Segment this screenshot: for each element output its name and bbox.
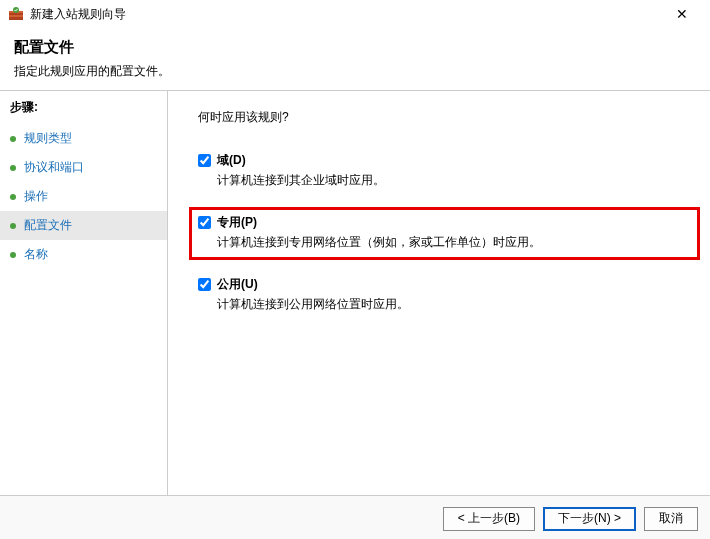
option-public: 公用(U) 计算机连接到公用网络位置时应用。	[198, 272, 680, 319]
page-title: 配置文件	[14, 38, 696, 57]
window-title: 新建入站规则向导	[30, 6, 126, 23]
firewall-icon	[8, 6, 24, 22]
bullet-icon	[10, 252, 16, 258]
wizard-footer: < 上一步(B) 下一步(N) > 取消	[0, 495, 710, 539]
prompt-text: 何时应用该规则?	[198, 109, 680, 126]
step-protocol-port[interactable]: 协议和端口	[10, 153, 157, 182]
option-private: 专用(P) 计算机连接到专用网络位置（例如，家或工作单位）时应用。	[189, 207, 700, 260]
bullet-icon	[10, 136, 16, 142]
option-desc: 计算机连接到专用网络位置（例如，家或工作单位）时应用。	[217, 234, 691, 251]
steps-sidebar: 步骤: 规则类型 协议和端口 操作 配置文件 名称	[0, 91, 168, 495]
option-desc: 计算机连接到其企业域时应用。	[217, 172, 680, 189]
step-label: 协议和端口	[24, 159, 84, 176]
option-label[interactable]: 域(D)	[217, 152, 246, 169]
bullet-icon	[10, 223, 16, 229]
step-label: 名称	[24, 246, 48, 263]
svg-rect-2	[9, 15, 23, 17]
checkbox-public[interactable]	[198, 278, 211, 291]
close-button[interactable]: ✕	[662, 0, 702, 28]
bullet-icon	[10, 194, 16, 200]
step-profile[interactable]: 配置文件	[0, 211, 167, 240]
steps-list: 规则类型 协议和端口 操作 配置文件 名称	[10, 124, 157, 269]
option-domain: 域(D) 计算机连接到其企业域时应用。	[198, 148, 680, 195]
titlebar: 新建入站规则向导 ✕	[0, 0, 710, 28]
cancel-button[interactable]: 取消	[644, 507, 698, 531]
steps-heading: 步骤:	[10, 99, 157, 116]
step-label: 操作	[24, 188, 48, 205]
step-rule-type[interactable]: 规则类型	[10, 124, 157, 153]
checkbox-domain[interactable]	[198, 154, 211, 167]
wizard-body: 步骤: 规则类型 协议和端口 操作 配置文件 名称	[0, 91, 710, 495]
page-subtitle: 指定此规则应用的配置文件。	[14, 63, 696, 80]
option-label[interactable]: 公用(U)	[217, 276, 258, 293]
step-action[interactable]: 操作	[10, 182, 157, 211]
option-label[interactable]: 专用(P)	[217, 214, 257, 231]
step-label: 规则类型	[24, 130, 72, 147]
bullet-icon	[10, 165, 16, 171]
option-desc: 计算机连接到公用网络位置时应用。	[217, 296, 680, 313]
step-label: 配置文件	[24, 217, 72, 234]
wizard-header: 配置文件 指定此规则应用的配置文件。	[0, 28, 710, 91]
close-icon: ✕	[676, 6, 688, 22]
checkbox-private[interactable]	[198, 216, 211, 229]
next-button[interactable]: 下一步(N) >	[543, 507, 636, 531]
content-pane: 何时应用该规则? 域(D) 计算机连接到其企业域时应用。 专用(P) 计算机连接…	[168, 91, 710, 495]
back-button[interactable]: < 上一步(B)	[443, 507, 535, 531]
step-name[interactable]: 名称	[10, 240, 157, 269]
